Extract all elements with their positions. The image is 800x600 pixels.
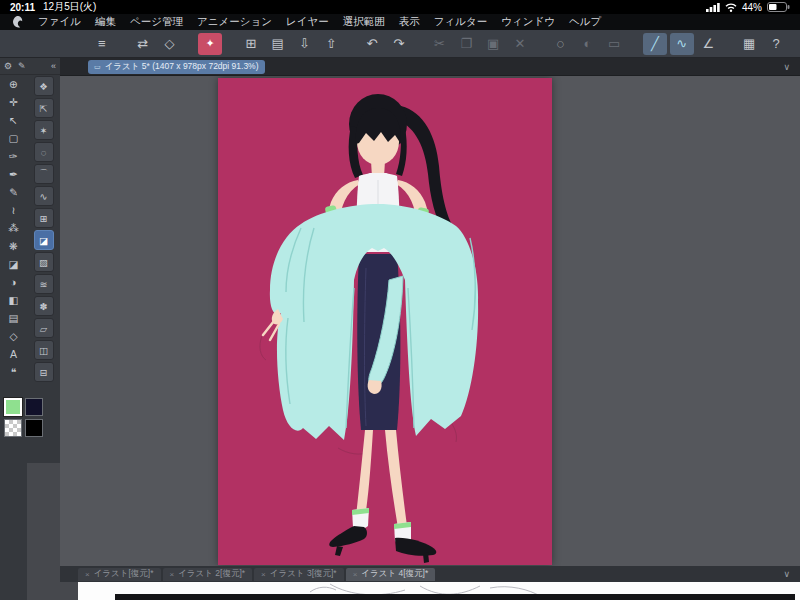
menu-item[interactable]: ヘルプ <box>569 15 601 29</box>
black-color-swatch[interactable] <box>25 419 43 437</box>
battery-icon <box>767 2 790 12</box>
delete-icon[interactable]: ✕ <box>508 33 532 55</box>
color-swatches <box>4 398 50 437</box>
tool-settings-icon[interactable]: ⚙ <box>4 61 12 71</box>
scissors-icon[interactable]: ✂ <box>428 33 452 55</box>
fill-bucket-icon[interactable]: ◧ <box>3 291 25 309</box>
document-tab-label: イラスト 2[復元]* <box>178 568 245 580</box>
blend-icon[interactable]: ◑ <box>3 273 25 291</box>
eraser-icon[interactable]: ◪ <box>3 255 25 273</box>
menu-item[interactable]: アニメーション <box>197 15 272 29</box>
decoration-icon[interactable]: ❋ <box>3 237 25 255</box>
help-icon[interactable]: ? <box>764 33 788 55</box>
navigator-icon[interactable]: ⊟ <box>34 362 54 382</box>
menu-item[interactable]: ファイル <box>38 15 81 29</box>
document-tab[interactable]: × イラスト 4[復元]* <box>346 568 436 581</box>
text-icon[interactable]: A <box>3 345 25 363</box>
document-tab-label: イラスト[復元]* <box>94 568 154 580</box>
menu-item[interactable]: 表示 <box>399 15 420 29</box>
close-tab-icon[interactable]: × <box>261 570 266 579</box>
pattern-icon[interactable]: ✽ <box>34 296 54 316</box>
menu-item[interactable]: フィルター <box>434 15 487 29</box>
pencil-icon[interactable]: ✎ <box>3 183 25 201</box>
canvas-workspace <box>60 76 800 566</box>
sub-color-swatch[interactable] <box>25 398 43 416</box>
panel-grid-icon[interactable]: ▦ <box>737 33 761 55</box>
menu-item[interactable]: ページ管理 <box>130 15 183 29</box>
document-tab-label: イラスト 3[復元]* <box>270 568 337 580</box>
share-icon[interactable]: ⇧ <box>319 33 343 55</box>
document-tab[interactable]: × イラスト[復元]* <box>78 568 161 581</box>
wifi-icon <box>725 2 737 12</box>
paste-icon[interactable]: ▣ <box>481 33 505 55</box>
secondary-canvas-preview <box>78 582 800 600</box>
subtool-tab-icon[interactable]: ✎ <box>18 61 26 71</box>
hamburger-icon[interactable]: ≡ <box>90 33 114 55</box>
undo-icon[interactable]: ↶ <box>360 33 384 55</box>
object-arrow-icon[interactable]: ↖ <box>3 111 25 129</box>
gradient-icon[interactable]: ▤ <box>3 309 25 327</box>
menu-item[interactable]: レイヤー <box>286 15 329 29</box>
brush-icon[interactable]: ≀ <box>3 201 25 219</box>
layer-move-icon[interactable]: ⇱ <box>34 98 54 118</box>
snap-curve-icon[interactable]: ∿ <box>670 33 694 55</box>
magic-wand-icon[interactable]: ✶ <box>34 120 54 140</box>
collapse-bottom-tabs-icon[interactable]: ∨ <box>783 569 790 579</box>
clip-studio-menu-logo[interactable] <box>10 15 24 29</box>
palette-empty-strip <box>0 463 27 600</box>
move-icon[interactable]: ✛ <box>3 93 25 111</box>
close-tab-icon[interactable]: × <box>353 570 358 579</box>
close-tab-icon[interactable]: × <box>170 570 175 579</box>
tool-palette: ⊕ ✛ ↖ ▢ ✑ <box>0 75 27 383</box>
ruler-icon[interactable]: ⌒ <box>34 164 54 184</box>
menu-item[interactable]: 編集 <box>95 15 116 29</box>
menu-item[interactable]: 選択範囲 <box>343 15 385 29</box>
selection-area-icon[interactable]: ▭ <box>602 33 626 55</box>
new-file-icon[interactable]: ⊞ <box>239 33 263 55</box>
invert-selection-icon[interactable]: ◐ <box>575 33 599 55</box>
folder-icon[interactable]: ▤ <box>266 33 290 55</box>
figure-icon[interactable]: ◇ <box>3 327 25 345</box>
document-icon: ▭ <box>94 63 101 71</box>
main-color-swatch[interactable] <box>4 398 22 416</box>
copy-icon[interactable]: ❐ <box>454 33 478 55</box>
secondary-canvas-strip[interactable] <box>60 582 800 600</box>
eraser-hard-icon[interactable]: ◪ <box>34 230 54 250</box>
transparent-color-swatch[interactable] <box>4 419 22 437</box>
export-icon[interactable]: ⇩ <box>293 33 317 55</box>
frame-border-icon[interactable]: ⊞ <box>34 208 54 228</box>
rotate-view-icon[interactable]: ◇ <box>158 33 182 55</box>
snap-ruler-icon[interactable]: ╱ <box>643 33 667 55</box>
marquee-icon[interactable]: ▢ <box>3 129 25 147</box>
menu-item[interactable]: ウィンドウ <box>501 15 555 29</box>
redo-icon[interactable]: ↷ <box>387 33 411 55</box>
lasso-icon[interactable]: ◌ <box>34 142 54 162</box>
balloon-icon[interactable]: ❝ <box>3 363 25 381</box>
pen-icon[interactable]: ✒ <box>3 165 25 183</box>
document-tab[interactable]: × イラスト 2[復元]* <box>163 568 253 581</box>
clip-studio-logo[interactable]: ✦ <box>198 33 222 55</box>
hand-icon[interactable]: ❖ <box>34 76 54 96</box>
layer-panel-icon[interactable]: ◫ <box>34 340 54 360</box>
active-document-tab[interactable]: ▭ イラスト 5* (1407 x 978px 72dpi 91.3%) <box>88 60 265 74</box>
eraser-soft-icon[interactable]: ▨ <box>34 252 54 272</box>
deselect-icon[interactable]: ◌ <box>549 33 573 55</box>
snap-angle-icon[interactable]: ∠ <box>697 33 721 55</box>
document-tab[interactable]: × イラスト 3[復元]* <box>254 568 344 581</box>
document-tab-label: イラスト 4[復元]* <box>361 568 428 580</box>
eyedropper-icon[interactable]: ✑ <box>3 147 25 165</box>
artwork-dark-band <box>115 594 795 600</box>
blur-icon[interactable]: ≋ <box>34 274 54 294</box>
canvas[interactable] <box>218 78 552 565</box>
zoom-icon[interactable]: ⊕ <box>3 75 25 93</box>
collapse-palette-icon[interactable]: « <box>51 61 56 71</box>
collapse-tab-bar-icon[interactable]: ∨ <box>783 62 790 72</box>
material-icon[interactable]: ▱ <box>34 318 54 338</box>
close-tab-icon[interactable]: × <box>85 570 90 579</box>
flip-horizontal-icon[interactable]: ⇄ <box>131 33 155 55</box>
airbrush-icon[interactable]: ⁂ <box>3 219 25 237</box>
left-palette-area: ⚙ ✎ « ⊕ ✛ ↖ <box>0 58 60 600</box>
palette-header: ⚙ ✎ « <box>0 58 60 75</box>
line-correct-icon[interactable]: ∿ <box>34 186 54 206</box>
menu-bar: ファイル 編集 ページ管理 アニメーション レイヤー 選択範囲 表示 フィルター… <box>0 14 800 30</box>
